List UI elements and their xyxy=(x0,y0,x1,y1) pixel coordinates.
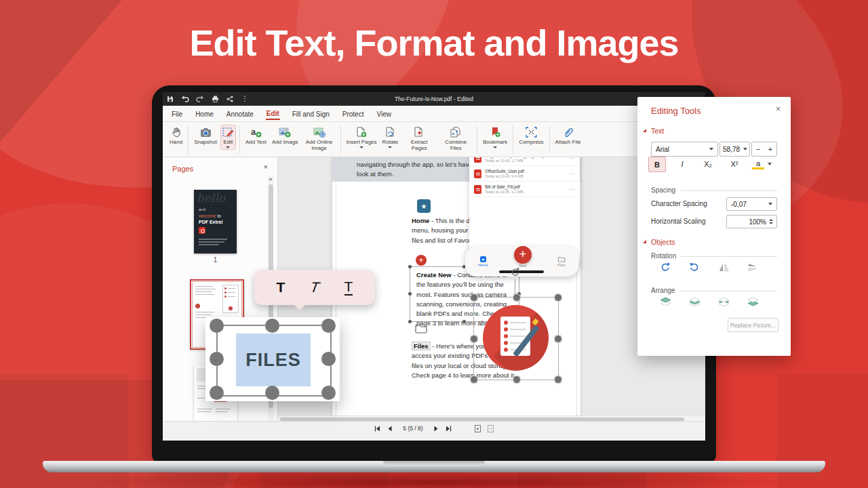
combine-files-button[interactable]: Combine Files xyxy=(438,125,473,153)
insert-pages-button[interactable]: Insert Pages xyxy=(344,125,379,150)
spinner-arrows[interactable] xyxy=(769,219,773,224)
share-icon[interactable] xyxy=(222,92,237,106)
file-list-item[interactable]: PE_iOS-Sample File_A4_011.pdf Today at 1… xyxy=(469,157,580,166)
file-list-item[interactable]: OfficeSuite_User.pdf Today at 10:43, 0.4… xyxy=(469,166,580,182)
close-icon[interactable]: × xyxy=(264,163,268,171)
print-icon[interactable] xyxy=(208,92,222,106)
save-icon[interactable] xyxy=(163,92,178,106)
previous-page-button[interactable] xyxy=(387,425,392,432)
resize-handle[interactable] xyxy=(321,386,336,400)
file-name: Bill of Sale_Fill.pdf xyxy=(485,184,524,189)
more-icon[interactable]: ⋯ xyxy=(570,171,575,177)
page-indicator[interactable]: 5 (5 / 8) xyxy=(403,425,422,432)
resize-handle[interactable] xyxy=(408,320,412,323)
rotate-handle-icon[interactable] xyxy=(510,267,520,277)
menu-annotate[interactable]: Annotate xyxy=(226,108,254,119)
font-family-select[interactable]: Arial xyxy=(651,142,718,157)
resize-handle[interactable] xyxy=(265,319,279,333)
edit-button[interactable]: Edit xyxy=(220,125,236,150)
resize-handle[interactable] xyxy=(265,386,279,400)
resize-handle[interactable] xyxy=(470,375,478,384)
italic-button[interactable]: I xyxy=(674,157,690,171)
send-backward-icon[interactable] xyxy=(717,296,730,307)
resize-handle[interactable] xyxy=(513,293,521,302)
resize-handle[interactable] xyxy=(321,352,336,366)
subscript-button[interactable]: X₂ xyxy=(700,157,716,171)
menu-home[interactable]: Home xyxy=(195,108,214,119)
thumb-line xyxy=(195,286,213,287)
redo-icon[interactable] xyxy=(193,92,208,106)
menu-view[interactable]: View xyxy=(376,108,392,119)
resize-handle[interactable] xyxy=(210,386,224,400)
resize-handle[interactable] xyxy=(462,320,466,323)
resize-handle[interactable] xyxy=(408,265,412,268)
page-thumbnail-1[interactable]: hello and welcome to PDF Extra! xyxy=(194,190,237,253)
file-list-item[interactable]: Bill of Sale_Fill.pdf Today at 10:35, 0.… xyxy=(469,182,580,197)
chevron-down-icon[interactable] xyxy=(768,163,772,165)
resize-handle[interactable] xyxy=(470,335,478,343)
font-size-select[interactable]: 58,78 xyxy=(719,142,750,157)
collapse-icon[interactable] xyxy=(643,129,646,132)
resize-handle[interactable] xyxy=(554,293,562,302)
fit-page-icon[interactable] xyxy=(475,425,481,432)
undo-icon[interactable] xyxy=(178,92,193,106)
phone-nav-files[interactable]: Files xyxy=(557,256,566,267)
send-to-back-icon[interactable] xyxy=(747,296,759,307)
italic-tip-icon[interactable]: T xyxy=(307,279,322,296)
more-icon[interactable]: ⋯ xyxy=(570,186,575,192)
bold-button[interactable]: B xyxy=(648,157,666,172)
toolbar-separator xyxy=(513,125,513,154)
more-menu-icon[interactable]: ⋮ xyxy=(237,92,252,106)
snapshot-button[interactable]: Snapshot xyxy=(192,125,219,146)
horizontal-scaling-spinner[interactable]: 100% xyxy=(726,215,777,228)
add-image-button[interactable]: Add Image xyxy=(270,125,300,146)
add-text-button[interactable]: a Add Text xyxy=(243,125,269,146)
compress-button[interactable]: Compress xyxy=(517,125,545,146)
flip-horizontal-icon[interactable] xyxy=(717,262,730,272)
menu-protect[interactable]: Protect xyxy=(342,108,365,119)
resize-handle[interactable] xyxy=(321,319,336,333)
character-spacing-select[interactable]: -0,07 xyxy=(726,197,777,211)
extract-pages-button[interactable]: Extract Pages xyxy=(401,125,437,153)
bring-forward-icon[interactable] xyxy=(688,296,701,307)
more-icon[interactable]: ⋯ xyxy=(570,157,575,161)
resize-handle[interactable] xyxy=(210,319,224,333)
flip-vertical-icon[interactable] xyxy=(747,262,759,272)
bookmark-button[interactable]: Bookmark xyxy=(481,125,509,150)
resize-handle[interactable] xyxy=(554,335,562,343)
resize-handle[interactable] xyxy=(470,293,478,302)
last-page-button[interactable] xyxy=(446,425,452,432)
increase-size-button[interactable]: + xyxy=(768,145,772,153)
superscript-button[interactable]: X² xyxy=(726,157,743,171)
thumbnail-line xyxy=(199,244,219,245)
rotate-counterclockwise-icon[interactable] xyxy=(688,262,701,272)
attach-file-button[interactable]: Attach File xyxy=(553,125,583,146)
scroll-up-icon[interactable] xyxy=(269,178,273,180)
rotate-button[interactable]: Rotate xyxy=(380,125,401,150)
rotate-clockwise-icon[interactable] xyxy=(659,262,671,272)
fit-width-icon[interactable] xyxy=(488,425,494,432)
decrease-size-button[interactable]: − xyxy=(756,145,760,153)
bring-to-front-icon[interactable] xyxy=(659,296,671,307)
underline-tip-icon[interactable]: T xyxy=(344,279,353,296)
menu-file[interactable]: File xyxy=(171,108,183,119)
phone-nav-home[interactable]: ★ Home xyxy=(478,256,488,267)
first-page-button[interactable] xyxy=(374,425,380,432)
replace-picture-button[interactable]: Replace Picture... xyxy=(728,318,778,332)
selected-image[interactable] xyxy=(473,297,559,380)
font-color-button[interactable]: a xyxy=(752,157,764,171)
resize-handle[interactable] xyxy=(554,375,562,384)
next-page-button[interactable] xyxy=(434,425,439,432)
scrollbar-thumb[interactable] xyxy=(280,418,684,421)
resize-handle[interactable] xyxy=(408,292,412,296)
resize-handle[interactable] xyxy=(513,375,521,384)
collapse-icon[interactable] xyxy=(643,240,646,243)
bold-tip-icon[interactable]: T xyxy=(277,279,285,296)
resize-handle[interactable] xyxy=(210,352,224,366)
close-icon[interactable]: × xyxy=(776,104,781,114)
menu-edit[interactable]: Edit xyxy=(266,107,280,120)
selected-text-highlight[interactable]: FILES xyxy=(236,333,311,386)
menu-fill-and-sign[interactable]: Fill and Sign xyxy=(292,108,330,119)
add-online-image-button[interactable]: Add Online Image xyxy=(302,125,337,153)
hand-button[interactable]: Hand xyxy=(167,125,184,146)
